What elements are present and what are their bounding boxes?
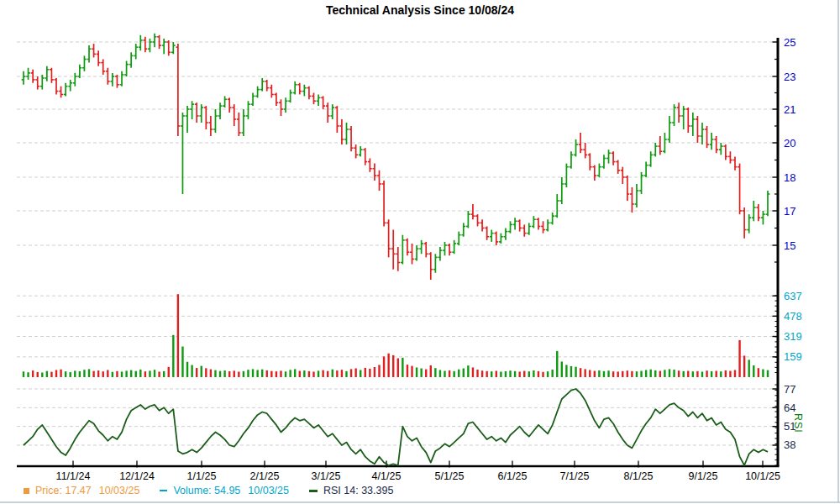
- volume-bar: [720, 371, 722, 377]
- volume-bar: [673, 370, 675, 377]
- volume-bar: [191, 365, 192, 377]
- volume-bar: [631, 371, 633, 377]
- volume-bar: [374, 367, 375, 377]
- volume-bar: [696, 371, 698, 377]
- volume-bar: [738, 340, 740, 377]
- price-tick-label: 18: [784, 171, 795, 184]
- price-legend-date: 10/03/25: [99, 485, 140, 496]
- volume-bar: [617, 371, 618, 377]
- volume-bar: [491, 371, 492, 377]
- volume-bar: [299, 371, 301, 377]
- volume-bar: [458, 370, 459, 377]
- volume-bar: [411, 366, 412, 377]
- volume-bar: [196, 368, 197, 377]
- volume-bar: [228, 371, 230, 377]
- volume-bar: [27, 372, 29, 377]
- rsi-legend-label: RSI 14: 33.395: [323, 485, 393, 496]
- volume-tick-label: 637: [784, 290, 802, 302]
- x-axis-month-label: 11/1/24: [56, 470, 91, 482]
- volume-bar: [627, 370, 628, 377]
- rsi-line: [24, 389, 768, 465]
- volume-legend-label: Volume: 54.95: [173, 485, 240, 496]
- volume-bar: [467, 365, 469, 377]
- volume-bar: [645, 370, 647, 377]
- volume-bar: [60, 370, 61, 377]
- volume-bar: [289, 370, 291, 377]
- x-axis-month-label: 7/1/25: [560, 470, 590, 482]
- volume-bar: [612, 371, 614, 377]
- volume-bar: [669, 369, 670, 377]
- volume-bar: [312, 371, 314, 377]
- volume-bar: [168, 367, 170, 377]
- volume-bar: [303, 370, 305, 377]
- volume-bar: [570, 366, 572, 377]
- volume-bar: [636, 371, 638, 377]
- rsi-tick-label: 77: [784, 383, 795, 396]
- volume-bar: [449, 370, 450, 377]
- volume-bar: [528, 371, 530, 377]
- volume-bar: [547, 371, 549, 377]
- volume-bar: [430, 365, 432, 377]
- volume-bar: [186, 362, 188, 377]
- volume-legend-date: 10/03/25: [248, 485, 289, 496]
- volume-bar: [580, 368, 581, 377]
- volume-bar: [505, 371, 507, 377]
- volume-bar: [37, 372, 39, 377]
- volume-bar: [70, 372, 71, 377]
- volume-bar: [285, 371, 286, 377]
- volume-bar: [158, 371, 160, 377]
- volume-bar: [121, 371, 123, 377]
- volume-legend-marker-icon: [160, 490, 167, 492]
- volume-bar: [383, 356, 385, 377]
- volume-bar: [734, 370, 736, 377]
- volume-bar: [649, 370, 651, 377]
- volume-bar: [594, 371, 596, 377]
- volume-bar: [154, 370, 155, 377]
- volume-bar: [88, 369, 90, 377]
- volume-bar: [41, 373, 43, 377]
- x-axis-month-label: 6/1/25: [498, 470, 528, 482]
- volume-bar: [261, 370, 263, 377]
- volume-bar: [706, 370, 707, 377]
- volume-bar: [276, 371, 277, 377]
- volume-bar: [716, 371, 717, 377]
- volume-bar: [112, 372, 113, 377]
- price-legend-marker-icon: [24, 488, 29, 494]
- volume-bar: [748, 360, 750, 377]
- volume-bar: [518, 371, 520, 377]
- volume-bar: [762, 370, 764, 377]
- volume-bar: [322, 370, 323, 377]
- volume-bar: [753, 365, 754, 377]
- volume-bar: [341, 370, 343, 377]
- volume-bar: [711, 371, 712, 377]
- volume-bar: [214, 370, 216, 377]
- x-axis-month-label: 1/1/25: [187, 470, 217, 482]
- volume-bar: [420, 369, 422, 377]
- volume-bar: [102, 371, 104, 377]
- volume-bar: [79, 371, 81, 377]
- volume-bar: [177, 294, 179, 377]
- volume-bar: [223, 370, 225, 377]
- price-tick-label: 17: [784, 205, 795, 218]
- volume-bar: [603, 371, 605, 377]
- volume-bar: [496, 371, 497, 377]
- volume-bar: [332, 370, 333, 377]
- volume-bar: [514, 371, 516, 377]
- legend-item-rsi: RSI 14: 33.395: [309, 485, 393, 496]
- volume-bar: [682, 371, 684, 377]
- chart-plot: 252321201817156374783191597764513811/1/2…: [0, 0, 840, 504]
- volume-bar: [758, 368, 759, 377]
- volume-bar: [354, 369, 356, 377]
- volume-bar: [149, 370, 150, 377]
- volume-bar: [584, 369, 585, 377]
- x-axis-month-label: 8/1/25: [624, 470, 654, 482]
- volume-bar: [210, 370, 212, 377]
- volume-bar: [486, 371, 487, 377]
- volume-bar: [92, 371, 94, 377]
- volume-bar: [575, 367, 576, 377]
- volume-bar: [533, 370, 534, 377]
- volume-bar: [444, 371, 445, 377]
- volume-bar: [523, 371, 525, 377]
- volume-bar: [219, 371, 221, 377]
- volume-bar: [678, 370, 680, 377]
